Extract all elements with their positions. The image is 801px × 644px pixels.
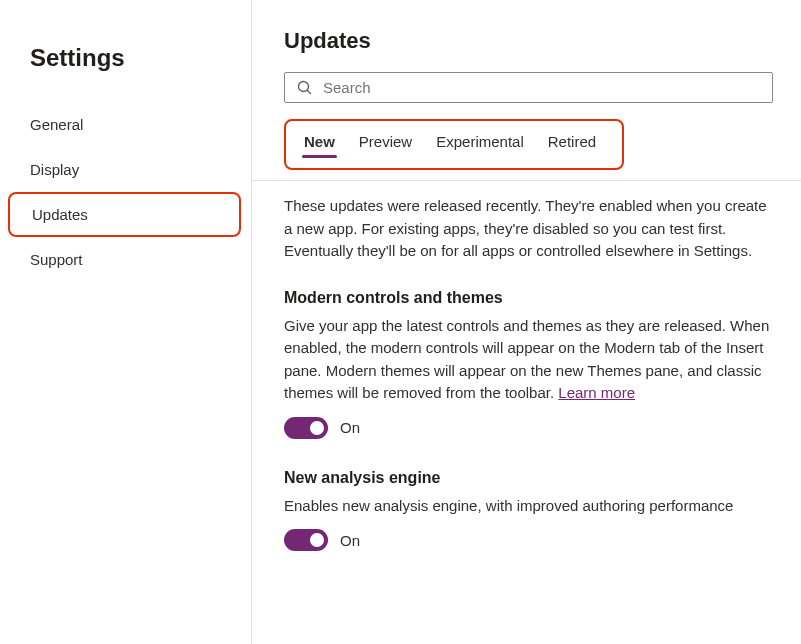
svg-point-0: [299, 81, 309, 91]
search-input[interactable]: [323, 79, 760, 96]
page-title: Updates: [284, 28, 773, 54]
tabs-container: New Preview Experimental Retired: [284, 119, 624, 170]
svg-line-1: [307, 90, 311, 94]
toggle-label: On: [340, 532, 360, 549]
tab-intro-text: These updates were released recently. Th…: [284, 195, 773, 263]
sidebar-item-support[interactable]: Support: [0, 237, 251, 282]
toggle-modern-controls[interactable]: [284, 417, 328, 439]
tab-new[interactable]: New: [292, 129, 347, 160]
section-title: New analysis engine: [284, 469, 773, 487]
sidebar-item-updates[interactable]: Updates: [8, 192, 241, 237]
section-description: Give your app the latest controls and th…: [284, 315, 773, 405]
settings-sidebar: Settings General Display Updates Support: [0, 0, 252, 644]
main-content: Updates New Preview Experimental Retired…: [252, 0, 801, 644]
sidebar-item-general[interactable]: General: [0, 102, 251, 147]
search-box[interactable]: [284, 72, 773, 103]
section-description-text: Give your app the latest controls and th…: [284, 317, 769, 402]
toggle-row: On: [284, 417, 773, 439]
sidebar-title: Settings: [0, 44, 251, 72]
toggle-analysis-engine[interactable]: [284, 529, 328, 551]
toggle-label: On: [340, 419, 360, 436]
section-description: Enables new analysis engine, with improv…: [284, 495, 773, 518]
section-new-analysis-engine: New analysis engine Enables new analysis…: [284, 469, 773, 552]
tab-experimental[interactable]: Experimental: [424, 129, 536, 160]
section-modern-controls: Modern controls and themes Give your app…: [284, 289, 773, 439]
tab-retired[interactable]: Retired: [536, 129, 608, 160]
toggle-row: On: [284, 529, 773, 551]
tab-preview[interactable]: Preview: [347, 129, 424, 160]
learn-more-link[interactable]: Learn more: [558, 384, 635, 401]
section-title: Modern controls and themes: [284, 289, 773, 307]
divider: [252, 180, 801, 181]
sidebar-item-display[interactable]: Display: [0, 147, 251, 192]
search-icon: [297, 80, 313, 96]
